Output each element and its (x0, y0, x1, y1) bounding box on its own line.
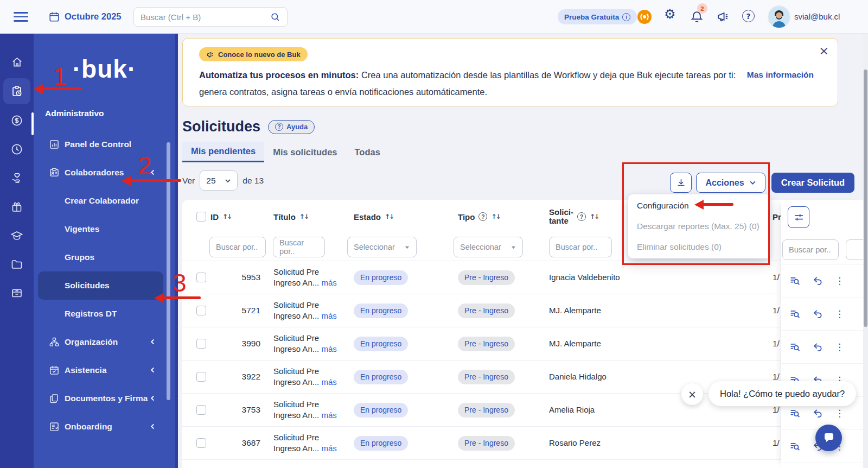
remuneration-dollar-icon[interactable] (3, 108, 30, 133)
row-menu-dots-icon[interactable]: ⋮ (835, 341, 844, 352)
row-menu-dots-icon[interactable]: ⋮ (835, 275, 844, 286)
select-all-checkbox[interactable] (196, 212, 206, 222)
benefits-gift-icon[interactable] (3, 194, 30, 219)
sidebar-item-grupos[interactable]: Grupos (34, 243, 175, 271)
sort-icon[interactable]: ↑↓ (491, 213, 500, 220)
sort-icon[interactable]: ↑↓ (299, 213, 308, 220)
detail-view-icon[interactable] (789, 341, 801, 353)
row-menu-dots-icon[interactable]: ⋮ (835, 408, 844, 419)
detail-view-icon[interactable] (789, 408, 801, 419)
sidebar-scrollbar[interactable] (167, 142, 170, 400)
sidebar-item-panel-de-control[interactable]: Panel de Control (34, 130, 175, 159)
return-undo-icon[interactable] (812, 341, 824, 353)
sort-icon[interactable]: ↑↓ (222, 213, 231, 220)
sidebar-item-colaboradores[interactable]: Colaboradores (34, 159, 175, 187)
filter-solicitante-input[interactable]: Buscar por.. (549, 237, 612, 257)
home-icon[interactable] (3, 49, 30, 74)
more-info-link[interactable]: Mas información (747, 70, 814, 80)
sidebar-item-crear-colaborador[interactable]: Crear Colaborador (34, 187, 175, 215)
row-checkbox[interactable] (196, 438, 206, 448)
more-link[interactable]: más (321, 278, 336, 287)
download-button[interactable] (670, 173, 692, 193)
column-help-icon[interactable]: ? (577, 212, 586, 221)
row-checkbox[interactable] (196, 405, 206, 415)
time-clock-icon[interactable] (3, 137, 30, 162)
global-search-input[interactable]: Buscar (Ctrl + B) (133, 7, 288, 27)
cabinet-archive-icon[interactable] (3, 281, 30, 306)
buk-assistant-icon[interactable] (637, 10, 652, 24)
page-scrollbar[interactable] (863, 34, 868, 468)
files-folder-icon[interactable] (3, 252, 30, 277)
row-checkbox[interactable] (196, 306, 206, 315)
filter-input[interactable]: Buscar por.. (782, 239, 839, 260)
chat-fab-button[interactable] (815, 425, 842, 451)
more-link[interactable]: más (321, 410, 336, 420)
row-checkbox[interactable] (196, 372, 206, 382)
tab-todas[interactable]: Todas (346, 142, 388, 162)
menu-item-configuracion[interactable]: Configuración (628, 195, 770, 216)
return-undo-icon[interactable] (812, 408, 824, 419)
request-title: Solicitud Pre Ingreso An... más (267, 399, 343, 421)
detail-view-icon[interactable] (789, 308, 801, 320)
more-link[interactable]: más (321, 444, 336, 453)
sidebar-item-asistencia[interactable]: Asistencia (34, 356, 175, 384)
acciones-button[interactable]: Acciones (696, 173, 765, 193)
announcements-megaphone-icon[interactable] (716, 10, 730, 26)
filter-estado-select[interactable]: Seleccionar (347, 237, 417, 257)
banner-close-icon[interactable]: × (819, 44, 829, 58)
documents-icon (49, 393, 60, 404)
trial-badge[interactable]: Prueba Gratuita i (558, 9, 637, 24)
column-help-icon[interactable]: ? (478, 212, 487, 221)
filter-id-input[interactable]: Buscar por.. (209, 237, 266, 257)
sort-icon[interactable]: ↑↓ (385, 213, 393, 220)
help-badge[interactable]: ? Ayuda (268, 120, 315, 134)
sidebar-item-organizacion[interactable]: Organización (34, 328, 175, 356)
status-badge: En progreso (354, 436, 408, 451)
more-link[interactable]: más (321, 377, 336, 387)
tab-mis-solicitudes[interactable]: Mis solicitudes (264, 142, 346, 162)
hamburger-menu-icon[interactable] (14, 12, 28, 22)
sidebar-item-solicitudes[interactable]: Solicitudes (38, 271, 163, 300)
menu-item-eliminar-solicitudes: Eliminar solicitudes (0) (628, 237, 770, 257)
per-page-select[interactable]: 25 (200, 170, 238, 191)
request-title: Solicitud Pre Ingreso An... más (267, 267, 343, 288)
sidebar-item-vigentes[interactable]: Vigentes (34, 215, 175, 243)
wellness-hand-heart-icon[interactable] (3, 166, 30, 191)
search-icon[interactable] (270, 12, 280, 22)
tab-mis-pendientes[interactable]: Mis pendientes (182, 142, 264, 162)
chevron-down-icon (749, 179, 756, 186)
sidebar-item-documentos-y-firma[interactable]: Documentos y Firma (34, 384, 175, 413)
return-undo-icon[interactable] (812, 308, 824, 320)
more-link[interactable]: más (321, 311, 336, 320)
filter-titulo-input[interactable]: Buscar por.. (273, 237, 325, 257)
row-menu-dots-icon[interactable]: ⋮ (835, 308, 844, 319)
sidebar-item-registros-dt[interactable]: Registros DT (34, 300, 175, 328)
detail-view-icon[interactable] (789, 275, 801, 287)
column-settings-button[interactable] (788, 206, 809, 228)
table-row: 5953 Solicitud Pre Ingreso An... más En … (182, 261, 868, 294)
requester-name: Rosario Perez (545, 438, 626, 448)
help-icon[interactable]: ? (742, 10, 755, 22)
chat-close-button[interactable]: × (681, 383, 703, 405)
row-checkbox[interactable] (196, 339, 206, 349)
more-link[interactable]: más (321, 344, 336, 353)
current-period[interactable]: Octubre 2025 (65, 11, 122, 22)
sidebar-item-onboarding[interactable]: Onboarding (34, 413, 175, 441)
detail-view-icon[interactable] (789, 441, 801, 452)
news-banner: Conoce lo nuevo de Buk Automatiza tus pr… (182, 38, 838, 106)
row-checkbox[interactable] (196, 273, 206, 282)
sort-icon[interactable]: ↑↓ (590, 213, 598, 220)
calendar-icon[interactable] (48, 11, 60, 25)
settings-gear-icon[interactable]: ⚙ (664, 8, 676, 21)
page-scrollbar-thumb[interactable] (864, 69, 867, 327)
requests-clipboard-icon[interactable] (3, 78, 30, 104)
request-id: 3687 (206, 438, 267, 448)
training-graduation-icon[interactable] (3, 223, 30, 248)
user-email[interactable]: svial@buk.cl (794, 12, 840, 21)
return-undo-icon[interactable] (812, 275, 824, 287)
crear-solicitud-button[interactable]: Crear Solicitud (771, 173, 854, 193)
user-avatar[interactable] (768, 6, 790, 28)
filter-tipo-select[interactable]: Seleccionar (454, 237, 523, 257)
chevron-left-icon (150, 422, 156, 432)
requester-name: MJ. Alemparte (545, 338, 626, 349)
